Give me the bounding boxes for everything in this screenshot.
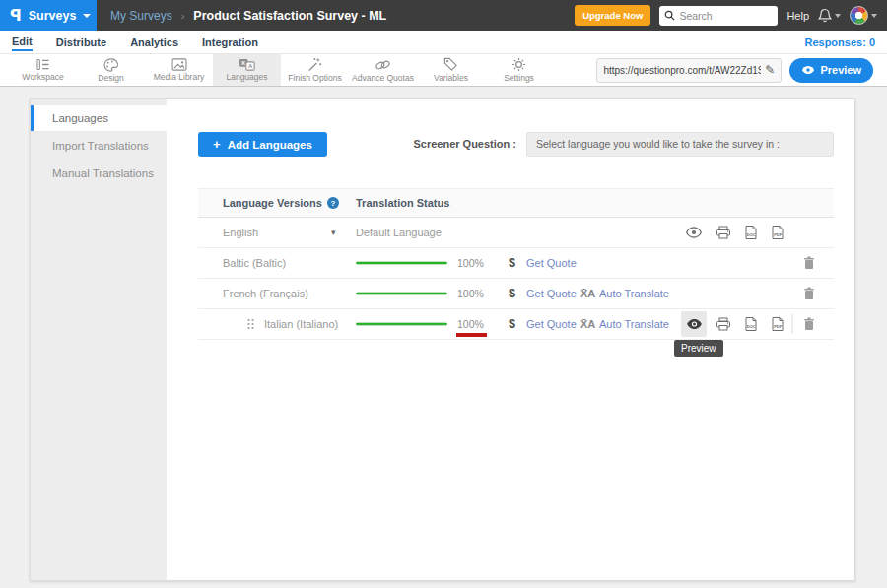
export-pdf-button[interactable]: PDF [771,226,785,240]
top-navbar: P Surveys My Surveys › Product Satisfact… [0,0,887,31]
chevron-down-icon [871,14,877,18]
magic-wand-icon [307,57,322,72]
language-dropdown-caret-icon[interactable]: ▾ [331,228,336,237]
export-doc-button[interactable]: DOC [744,226,758,240]
languages-panel: Languages Import Translations Manual Tra… [30,98,855,581]
column-language-versions: Language Versions ? [223,197,339,209]
table-header: Language Versions ? Translation Status [198,188,834,218]
drag-handle[interactable] [247,319,254,330]
tab-edit[interactable]: Edit [12,33,33,51]
languages-main: + Add Languages Screener Question : Sele… [167,99,854,580]
table-row-english: English ▾ Default Language DOC PDF [198,218,834,248]
pdf-file-icon: PDF [771,226,785,240]
questionpro-logo: P [10,8,22,24]
get-quote-link[interactable]: Get Quote [526,257,577,269]
tab-analytics[interactable]: Analytics [130,33,178,50]
toolbar-label: Finish Options [288,73,341,83]
help-icon[interactable]: ? [327,197,339,209]
upgrade-now-button[interactable]: Upgrade Now [575,5,650,26]
toolbar-design[interactable]: Design [77,54,145,86]
trash-icon [803,287,815,300]
notifications-button[interactable] [818,8,841,23]
languages-sidebar: Languages Import Translations Manual Tra… [31,99,167,580]
survey-url-box[interactable]: https://questionpro.com/t/AW22Zd1S1 ✎ [596,58,782,83]
toolbar-label: Design [98,73,123,83]
breadcrumb-my-surveys[interactable]: My Surveys [110,9,172,23]
tab-integration[interactable]: Integration [202,33,258,50]
table-row-italian: Italian (Italiano) 100% $ Get Quote X̄A … [198,309,834,340]
delete-language-button[interactable] [803,317,815,331]
grip-dots-icon [247,319,254,330]
preview-language-button[interactable] [686,227,703,238]
auto-translate-link[interactable]: Auto Translate [599,318,669,330]
dollar-icon[interactable]: $ [509,317,515,331]
toolbar-label: Media Library [154,72,205,82]
preview-button[interactable]: Preview [789,58,873,83]
language-versions-table: Language Versions ? Translation Status E… [198,188,834,340]
table-row-baltic: Baltic (Baltic) 100% $ Get Quote [198,248,834,279]
tab-distribute[interactable]: Distribute [56,33,106,50]
edit-url-icon[interactable]: ✎ [765,64,775,76]
product-switcher-menu[interactable]: P Surveys [0,0,97,31]
help-link[interactable]: Help [786,10,809,22]
dollar-icon[interactable]: $ [509,256,515,270]
translation-progress-bar [356,262,447,265]
add-languages-label: Add Languages [228,139,312,151]
screener-question-select[interactable]: Select language you would like to take t… [526,132,834,157]
column-label: Translation Status [356,197,449,209]
chevron-down-icon [835,14,841,18]
sidebar-item-manual-translations[interactable]: Manual Translations [31,161,167,186]
printer-icon [716,317,731,331]
get-quote-link[interactable]: Get Quote [526,288,577,299]
tag-icon [444,57,458,72]
preview-language-button[interactable] [681,311,707,337]
account-menu[interactable] [850,6,877,25]
toolbar-media-library[interactable]: Media Library [145,54,213,86]
translation-progress-bar [356,323,447,326]
delete-language-button[interactable] [803,256,815,270]
export-pdf-button[interactable]: PDF [771,317,785,332]
print-language-button[interactable] [716,226,731,239]
translation-progress-bar [356,293,447,295]
get-quote-link[interactable]: Get Quote [526,318,577,330]
sidebar-item-languages[interactable]: Languages [31,105,167,131]
screener-question-label: Screener Question : [393,138,516,150]
eye-icon [801,65,815,75]
svg-text:DOC: DOC [747,324,756,329]
sidebar-item-import-translations[interactable]: Import Translations [31,133,167,159]
toolbar-finish-options[interactable]: Finish Options [281,54,349,86]
survey-tabs: Edit Distribute Analytics Integration Re… [0,31,887,54]
toolbar-workspace[interactable]: Workspace [9,54,77,86]
export-doc-button[interactable]: DOC [744,317,758,332]
translation-progress-value: 100% [457,288,484,299]
printer-icon [716,226,731,239]
add-languages-button[interactable]: + Add Languages [198,132,327,157]
toolbar-languages[interactable]: X A Languages [213,54,281,86]
delete-language-button[interactable] [803,287,815,300]
auto-translate-link[interactable]: Auto Translate [599,288,669,299]
toolbar-advance-quotas[interactable]: Advance Quotas [349,54,417,86]
doc-file-icon: DOC [744,226,758,240]
eye-icon [686,227,703,238]
language-name: Italian (Italiano) [264,318,338,330]
translate-icon: X A [239,58,255,71]
page-background: Languages Import Translations Manual Tra… [0,87,887,588]
toolbar-right: https://questionpro.com/t/AW22Zd1S1 ✎ Pr… [596,54,887,86]
image-icon [171,58,187,71]
workspace-icon [35,58,50,71]
toolbar-variables[interactable]: Variables [417,54,485,86]
svg-text:DOC: DOC [747,232,756,237]
search-input[interactable] [679,10,768,22]
responses-count[interactable]: Responses: 0 [804,36,875,48]
toolbar-settings[interactable]: Settings [485,54,553,86]
toolbar-label: Variables [434,73,468,83]
print-language-button[interactable] [716,317,731,331]
icon-divider [792,314,793,334]
column-translation-status: Translation Status [356,197,449,209]
search-box[interactable] [659,6,778,26]
dollar-icon[interactable]: $ [509,287,515,300]
topbar-actions: Upgrade Now Help [575,5,887,26]
translate-glyph-icon[interactable]: X̄A [580,288,595,299]
translate-glyph-icon[interactable]: X̄A [580,318,595,330]
survey-url: https://questionpro.com/t/AW22Zd1S1 [603,65,761,76]
